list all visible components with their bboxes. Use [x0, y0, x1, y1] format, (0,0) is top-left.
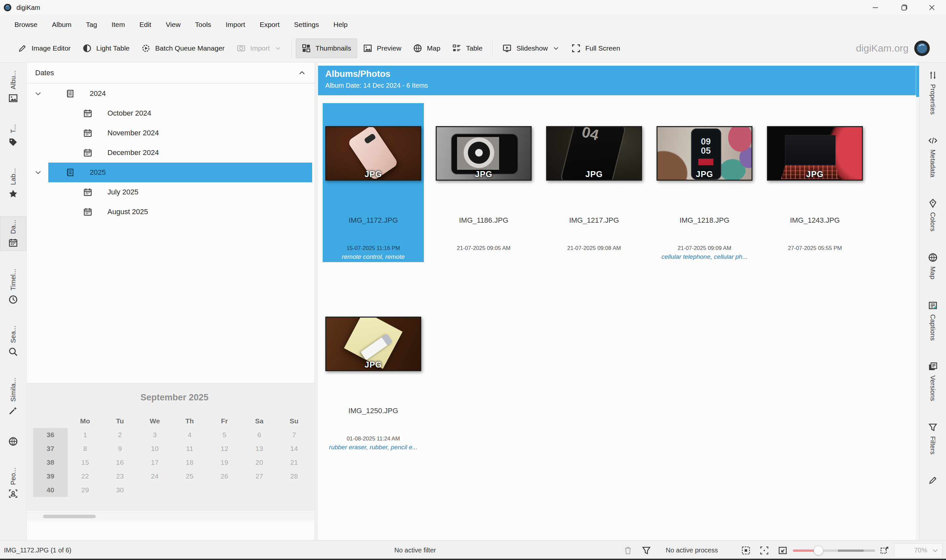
toolbar-thumbnails-button[interactable]: Thumbnails — [296, 38, 357, 58]
calendar-day[interactable]: 6 — [242, 428, 277, 442]
thumbnail-IMG_1217.JPG[interactable]: JPGIMG_1217.JPG21-07-2025 09:08 AM — [544, 103, 645, 262]
maximize-button[interactable] — [889, 0, 918, 15]
toolbar-table-button[interactable]: Table — [446, 38, 488, 58]
thumbnail-IMG_1172.JPG[interactable]: JPGIMG_1172.JPG15-07-2025 11:16 PMremote… — [323, 103, 424, 262]
thumbnail-image[interactable]: JPG — [546, 126, 642, 181]
chevron-up-icon[interactable] — [298, 69, 306, 77]
calendar-day[interactable]: 30 — [103, 483, 137, 497]
thumbnail-image[interactable]: JPG — [325, 126, 421, 181]
sidebar-tab-people[interactable]: Peo... — [0, 464, 26, 502]
calendar-day[interactable]: 3 — [137, 428, 172, 442]
calendar-day[interactable]: 24 — [137, 469, 172, 483]
toolbar-import-button[interactable]: Import — [231, 38, 288, 58]
calendar-day[interactable]: 26 — [207, 469, 242, 483]
right-tab-map[interactable]: Map — [919, 249, 946, 283]
toolbar-full-screen-button[interactable]: Full Screen — [565, 38, 626, 58]
tree-year-2025[interactable]: 2025 — [27, 163, 315, 182]
sidebar-tab-map[interactable] — [0, 433, 26, 450]
sidebar-tab-search[interactable]: Sea... — [0, 322, 26, 360]
tree-year-2024[interactable]: 2024 — [27, 84, 315, 103]
calendar-day[interactable]: 10 — [137, 442, 172, 455]
right-tab-properties[interactable]: Properties — [919, 67, 946, 118]
calendar-day[interactable]: 11 — [172, 442, 207, 455]
sidebar-tab-albums[interactable]: Albu... — [0, 67, 26, 106]
close-button[interactable] — [918, 0, 946, 15]
calendar-day[interactable]: 13 — [242, 442, 277, 455]
digikam-org-brand[interactable]: digiKam.org — [856, 39, 931, 57]
sidebar-tab-labels[interactable]: Lab... — [0, 165, 26, 202]
sidebar-tab-timeline[interactable]: Timel... — [0, 265, 26, 308]
thumbnail-image[interactable]: JPG — [767, 126, 863, 181]
menu-tag[interactable]: Tag — [79, 17, 105, 32]
tree-month-october-2024[interactable]: October 2024 — [27, 103, 315, 123]
right-tab-versions[interactable]: Versions — [919, 358, 946, 404]
minimize-button[interactable] — [861, 0, 889, 15]
thumbnail-tags[interactable]: cellular telephone, cellular ph... — [661, 253, 747, 260]
thumbnail-image[interactable]: JPG — [325, 317, 421, 371]
vscrollbar-thumb[interactable] — [916, 66, 919, 97]
calendar-day[interactable]: 2 — [103, 428, 137, 442]
calendar-day[interactable]: 23 — [103, 469, 137, 483]
calendar-day[interactable]: 14 — [277, 442, 311, 455]
status-zoom-fit-auto-button[interactable] — [880, 546, 889, 555]
calendar-day[interactable]: 28 — [277, 469, 311, 483]
calendar-day[interactable]: 21 — [277, 455, 311, 469]
thumbnail-image[interactable]: JPG — [656, 126, 752, 181]
menu-tools[interactable]: Tools — [188, 17, 219, 32]
thumbnail-image[interactable]: JPG — [436, 126, 532, 181]
tree-month-november-2024[interactable]: November 2024 — [27, 123, 315, 143]
dates-panel-hscrollbar[interactable] — [27, 512, 315, 521]
status-fit-to-window-button[interactable] — [741, 546, 751, 555]
toolbar-light-table-button[interactable]: Light Table — [77, 38, 136, 58]
toolbar-batch-queue-manager-button[interactable]: Batch Queue Manager — [136, 38, 230, 58]
hscrollbar-thumb[interactable] — [43, 515, 96, 518]
calendar-day[interactable]: 18 — [172, 455, 207, 469]
toolbar-map-button[interactable]: Map — [407, 38, 446, 58]
right-tab-filters[interactable]: Filters — [919, 419, 946, 458]
menu-settings[interactable]: Settings — [287, 17, 326, 32]
calendar-day[interactable]: 20 — [242, 455, 277, 469]
right-tab-metadata[interactable]: Metadata — [919, 132, 946, 181]
tree-month-december-2024[interactable]: December 2024 — [27, 143, 315, 163]
calendar-day[interactable]: 1 — [68, 428, 103, 442]
sidebar-tab-similarity[interactable]: Simila... — [0, 374, 26, 419]
thumbnail-IMG_1218.JPG[interactable]: JPGIMG_1218.JPG21-07-2025 09:09 AMcellul… — [654, 103, 755, 262]
menu-album[interactable]: Album — [45, 17, 79, 32]
calendar-day[interactable]: 17 — [137, 455, 172, 469]
calendar-day[interactable]: 9 — [103, 442, 137, 455]
toolbar-slideshow-button[interactable]: Slideshow — [496, 38, 565, 58]
menu-help[interactable]: Help — [326, 17, 355, 32]
status-zoom-select-button[interactable] — [778, 546, 787, 555]
sidebar-tab-dates[interactable]: Da... — [0, 217, 26, 251]
thumbnail-zoom-slider[interactable] — [793, 546, 875, 555]
zoom-level-combo[interactable]: 70% — [894, 543, 943, 558]
menu-browse[interactable]: Browse — [7, 17, 45, 32]
thumbnail-tags[interactable]: remote control, remote — [342, 253, 405, 260]
menu-edit[interactable]: Edit — [132, 17, 159, 32]
right-tab-captions[interactable]: Captions — [919, 297, 946, 344]
menu-item[interactable]: Item — [104, 17, 132, 32]
status-delete-button[interactable] — [623, 546, 633, 555]
calendar-day[interactable]: 22 — [68, 469, 103, 483]
calendar-day[interactable]: 19 — [207, 455, 242, 469]
calendar-day[interactable]: 7 — [277, 428, 311, 442]
thumbnail-tags[interactable]: rubber eraser, rubber, pencil e... — [329, 444, 417, 451]
calendar-day[interactable]: 5 — [207, 428, 242, 442]
chevron-down-icon[interactable] — [34, 89, 42, 98]
slider-track[interactable] — [793, 549, 875, 552]
thumbnail-IMG_1186.JPG[interactable]: JPGIMG_1186.JPG21-07-2025 09:05 AM — [433, 103, 534, 262]
status-filters-button[interactable] — [641, 546, 651, 555]
toolbar-image-editor-button[interactable]: Image Editor — [12, 38, 77, 58]
menu-import[interactable]: Import — [219, 17, 253, 32]
right-tab-colors[interactable]: Colors — [919, 195, 946, 235]
toolbar-preview-button[interactable]: Preview — [357, 38, 407, 58]
calendar-day[interactable]: 16 — [103, 455, 137, 469]
chevron-down-icon[interactable] — [34, 168, 42, 177]
slider-handle[interactable] — [813, 546, 823, 555]
calendar-day[interactable]: 8 — [68, 442, 103, 455]
calendar-day[interactable]: 4 — [172, 428, 207, 442]
thumbnail-IMG_1250.JPG[interactable]: JPGIMG_1250.JPG01-08-2025 11:24 AMrubber… — [323, 294, 424, 452]
tree-month-july-2025[interactable]: July 2025 — [27, 182, 315, 202]
calendar-day[interactable]: 25 — [172, 469, 207, 483]
right-tab-tools[interactable] — [919, 472, 946, 488]
